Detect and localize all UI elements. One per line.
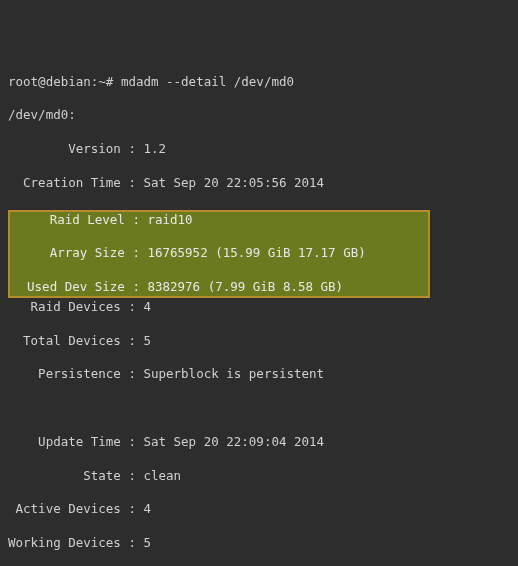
label: Persistence : bbox=[8, 366, 143, 381]
label: Creation Time : bbox=[8, 175, 143, 190]
label: Update Time : bbox=[8, 434, 143, 449]
label: Total Devices : bbox=[8, 333, 143, 348]
device-line: /dev/md0: bbox=[8, 107, 510, 124]
label: Version : bbox=[8, 141, 143, 156]
state-line: State : clean bbox=[8, 468, 510, 485]
cmd-line[interactable]: root@debian:~# mdadm --detail /dev/md0 bbox=[8, 74, 510, 91]
active-devices-line: Active Devices : 4 bbox=[8, 501, 510, 518]
raid-devices-line: Raid Devices : 4 bbox=[8, 299, 510, 316]
value: clean bbox=[143, 468, 181, 483]
highlighted-raid-info: Raid Level : raid10 Array Size : 1676595… bbox=[8, 210, 430, 298]
blank bbox=[8, 400, 510, 417]
raid-level-line: Raid Level : raid10 bbox=[12, 212, 426, 229]
persistence-line: Persistence : Superblock is persistent bbox=[8, 366, 510, 383]
prompt: root@debian:~# bbox=[8, 74, 121, 89]
array-size-line: Array Size : 16765952 (15.99 GiB 17.17 G… bbox=[12, 245, 426, 262]
value: 4 bbox=[143, 501, 151, 516]
value: 5 bbox=[143, 333, 151, 348]
label: State : bbox=[8, 468, 143, 483]
used-dev-size-line: Used Dev Size : 8382976 (7.99 GiB 8.58 G… bbox=[12, 279, 426, 296]
value: 5 bbox=[143, 535, 151, 550]
value: Sat Sep 20 22:09:04 2014 bbox=[143, 434, 324, 449]
value: Superblock is persistent bbox=[143, 366, 324, 381]
label: Working Devices : bbox=[8, 535, 143, 550]
command: mdadm --detail /dev/md0 bbox=[121, 74, 294, 89]
label: Active Devices : bbox=[8, 501, 143, 516]
update-time-line: Update Time : Sat Sep 20 22:09:04 2014 bbox=[8, 434, 510, 451]
value: 4 bbox=[143, 299, 151, 314]
total-devices-line: Total Devices : 5 bbox=[8, 333, 510, 350]
label: Raid Devices : bbox=[8, 299, 143, 314]
value: 1.2 bbox=[143, 141, 166, 156]
version-line: Version : 1.2 bbox=[8, 141, 510, 158]
creation-line: Creation Time : Sat Sep 20 22:05:56 2014 bbox=[8, 175, 510, 192]
working-devices-line: Working Devices : 5 bbox=[8, 535, 510, 552]
value: Sat Sep 20 22:05:56 2014 bbox=[143, 175, 324, 190]
